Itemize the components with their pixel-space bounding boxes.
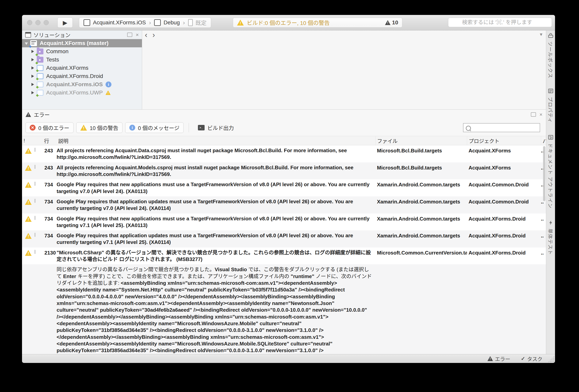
disclosure-icon[interactable] — [31, 66, 34, 69]
configuration-icon — [154, 19, 161, 26]
navigate-back-button[interactable]: ‹ — [145, 31, 147, 39]
dock-pad-icon[interactable] — [127, 33, 132, 37]
zoom-window-button[interactable] — [44, 20, 49, 25]
tab-document-outline[interactable]: ドキュメント アウトライン — [547, 135, 554, 209]
status-errors-toggle[interactable]: ! エラー — [487, 355, 510, 362]
tab-label: 単体テスト — [547, 228, 554, 255]
tree-item-tests[interactable]: Tests — [22, 56, 142, 64]
warning-icon: ! — [487, 356, 493, 361]
error-pad: ! エラー × ✕ 0 個のエラー ! 10 個の警告 — [22, 110, 546, 354]
folder-icon — [37, 49, 43, 55]
close-pad-icon[interactable]: × — [136, 32, 139, 38]
navigate-forward-button[interactable]: › — [152, 31, 155, 39]
selected-device[interactable]: 既定 — [196, 19, 207, 27]
row-checkbox[interactable] — [35, 182, 35, 186]
filter-messages-label: 0 個のメッセージ — [138, 124, 179, 132]
disclosure-icon[interactable] — [31, 58, 34, 61]
selected-project[interactable]: Acquaint.XForms.iOS — [93, 19, 146, 26]
tab-properties[interactable]: プロパティ — [547, 88, 554, 123]
disclosure-icon[interactable] — [31, 75, 34, 78]
editor-dropdown-icon[interactable]: ▼ — [539, 32, 543, 37]
description: Google Play requires that application up… — [57, 232, 375, 246]
dock-pad-icon[interactable] — [531, 112, 536, 117]
tab-unit-tests[interactable]: 単体テスト — [547, 220, 554, 255]
line-number: 2130 — [42, 249, 57, 256]
minimize-window-button[interactable] — [35, 20, 41, 25]
device-icon — [188, 19, 193, 26]
row-checkbox[interactable] — [35, 165, 35, 169]
path: .. — [541, 249, 546, 256]
row-checkbox[interactable] — [35, 233, 35, 237]
status-tasks-toggle[interactable]: ✓ タスク — [521, 355, 542, 362]
global-search-input[interactable] — [448, 18, 552, 27]
build-status-display[interactable]: ! ビルド:0 個のエラー, 10 個の警告 ! 10 — [233, 18, 402, 27]
tab-toolbox[interactable]: ツールボックス — [547, 33, 554, 78]
project-icon — [83, 19, 90, 26]
disclosure-icon[interactable] — [31, 50, 34, 53]
table-row[interactable]: ! 734 Google Play requires that applicat… — [22, 196, 546, 214]
column-description[interactable]: 説明 — [57, 137, 375, 144]
filter-warnings-button[interactable]: ! 10 個の警告 — [76, 122, 123, 133]
tree-item-acquaint-xforms-uwp[interactable]: Acquaint.XForms.UWP ! — [22, 89, 142, 97]
error-list-search-input[interactable] — [463, 123, 540, 132]
tree-item-acquaint-xforms[interactable]: Acquaint.XForms — [22, 64, 142, 72]
row-checkbox[interactable] — [35, 250, 35, 254]
ide-window: ▶ Acquaint.XForms.iOS › Debug › 既定 ! ビルド… — [22, 15, 555, 363]
column-path[interactable]: パ — [541, 136, 546, 145]
selected-configuration[interactable]: Debug — [163, 19, 180, 26]
tree-item-solution[interactable]: Acquaint.XForms (master) — [22, 39, 142, 47]
status-errors-label: エラー — [495, 355, 510, 362]
column-line[interactable]: 行 — [42, 137, 57, 144]
error-pad-title: エラー — [34, 111, 50, 118]
run-configuration-selector[interactable]: Acquaint.XForms.iOS › Debug › 既定 — [79, 17, 211, 28]
solution-pad: ソリューション × Acquaint.XForms (master) — [22, 30, 142, 110]
tree-item-common[interactable]: Common — [22, 47, 142, 56]
filter-errors-button[interactable]: ✕ 0 個のエラー — [26, 122, 73, 133]
column-file[interactable]: ファイル — [375, 136, 467, 145]
close-window-button[interactable] — [27, 20, 32, 25]
column-severity[interactable]: ! — [22, 138, 35, 144]
tree-item-acquaint-xforms-ios[interactable]: Acquaint.XForms.iOS i — [22, 80, 142, 89]
tab-label: プロパティ — [547, 97, 554, 123]
error-pad-toolbar: ✕ 0 個のエラー ! 10 個の警告 i 0 個のメッセージ >_ ビルド出 — [22, 119, 546, 136]
table-row[interactable]: ! 734 Google Play requires that applicat… — [22, 230, 546, 247]
close-pad-icon[interactable]: × — [539, 112, 542, 118]
resize-grip[interactable] — [548, 355, 555, 363]
filter-errors-label: 0 個のエラー — [38, 124, 69, 132]
warning-icon: ! — [25, 250, 32, 256]
path: .. — [541, 215, 546, 222]
description: Google Play requires that new applicatio… — [57, 181, 375, 195]
disclosure-icon[interactable] — [31, 83, 34, 86]
table-row[interactable]: ! 734 Google Play requires that new appl… — [22, 179, 546, 196]
table-row[interactable]: ! 734 Google Play requires that new appl… — [22, 214, 546, 230]
row-checkbox[interactable] — [35, 199, 35, 203]
row-checkbox[interactable] — [35, 216, 35, 220]
project: Acquaint.Common.Droid — [467, 198, 541, 205]
table-row[interactable]: ! 2130 "Microsoft.CSharp" の異なるバージョン間で、解決… — [22, 247, 546, 265]
line-number: 734 — [42, 198, 57, 205]
warning-icon: ! — [80, 125, 87, 131]
build-output-label: ビルド出力 — [207, 124, 234, 132]
filter-messages-button[interactable]: i 0 個のメッセージ — [125, 122, 184, 133]
column-project[interactable]: プロジェクト — [467, 136, 541, 145]
warning-icon: ! — [25, 182, 32, 188]
solution-tree: Acquaint.XForms (master) Common Tests — [22, 39, 142, 110]
row-checkbox[interactable] — [35, 148, 35, 152]
table-row[interactable]: ! 243 All projects referencing Acquaint.… — [22, 163, 546, 179]
run-button[interactable]: ▶ — [57, 17, 73, 28]
vertical-scrollbar[interactable] — [543, 146, 545, 201]
build-output-button[interactable]: >_ ビルド出力 — [194, 122, 238, 133]
solution-icon — [30, 40, 37, 46]
file: Xamarin.Android.Common.targets — [375, 198, 467, 205]
warning-detail-text: 同じ依存アセンブリの異なるバージョン間で競合が見つかりました。Visual St… — [57, 266, 375, 354]
project-icon — [37, 81, 43, 87]
disclosure-icon[interactable] — [31, 91, 34, 94]
tree-item-label: Acquaint.XForms — [46, 65, 88, 71]
warning-detail-row[interactable]: 同じ依存アセンブリの異なるバージョン間で競合が見つかりました。Visual St… — [22, 264, 546, 354]
project: Acquaint.XForms.Droid — [467, 232, 541, 239]
tree-item-label: Tests — [46, 56, 59, 63]
tree-item-acquaint-xforms-droid[interactable]: Acquaint.XForms.Droid — [22, 72, 142, 80]
disclosure-open-icon[interactable] — [25, 42, 28, 45]
table-row[interactable]: ! 243 All projects referencing Acquaint.… — [22, 145, 546, 163]
toolbar-separator — [189, 123, 189, 132]
